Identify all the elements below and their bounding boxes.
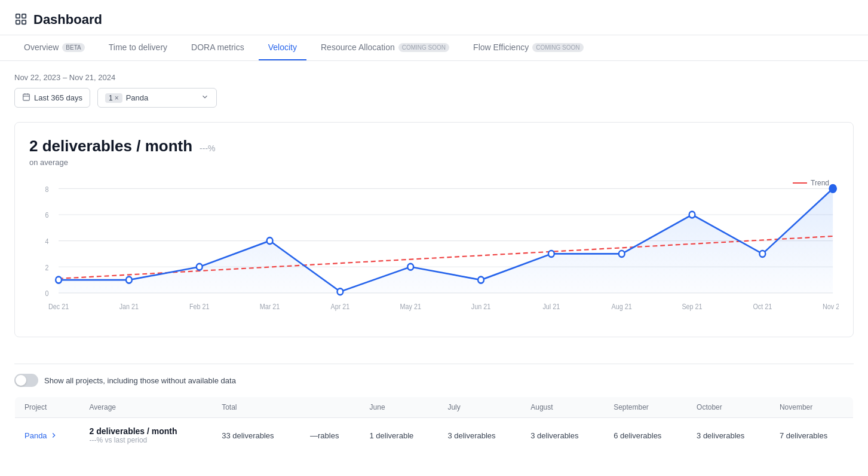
tab-resource-allocation-label: Resource Allocation [321, 42, 395, 52]
col-october: October [687, 397, 770, 418]
tab-overview[interactable]: Overview BETA [14, 35, 94, 60]
svg-point-28 [619, 251, 625, 257]
svg-point-29 [689, 212, 695, 218]
svg-text:Jun 21: Jun 21 [471, 303, 490, 311]
main-content: Nov 22, 2023 – Nov 21, 2024 Last 365 day… [0, 61, 868, 361]
svg-text:4: 4 [45, 238, 49, 246]
svg-rect-2 [16, 20, 20, 23]
toggle-section: Show all projects, including those witho… [14, 364, 854, 396]
deliverables-table: Project Average Total June July August S… [14, 396, 854, 453]
cell-col1: —rables [300, 418, 360, 453]
metric-value: 2 deliverables / month [29, 137, 192, 155]
average-main: 2 deliverables / month [90, 426, 203, 436]
date-range-label: Nov 22, 2023 – Nov 21, 2024 [14, 73, 854, 82]
tab-flow-efficiency-label: Flow Efficiency [473, 42, 529, 52]
tab-dora-metrics[interactable]: DORA metrics [182, 35, 254, 60]
table-header: Project Average Total June July August S… [15, 397, 854, 418]
tab-velocity[interactable]: Velocity [259, 35, 306, 60]
svg-point-24 [337, 288, 343, 295]
table-header-row: Project Average Total June July August S… [15, 397, 854, 418]
svg-text:Apr 21: Apr 21 [330, 303, 349, 311]
tab-resource-allocation[interactable]: Resource Allocation COMING SOON [311, 35, 459, 60]
project-link-panda[interactable]: Panda [24, 431, 70, 440]
filters-bar: Last 365 days 1 × Panda [14, 88, 854, 108]
velocity-chart: Trend 8 6 4 2 0 [29, 179, 839, 322]
col-november: November [770, 397, 854, 418]
cell-august: 3 deliverables [521, 418, 604, 453]
chevron-down-icon [201, 93, 209, 103]
svg-text:Jul 21: Jul 21 [542, 303, 560, 311]
cell-october: 3 deliverables [687, 418, 770, 453]
page-header: Dashboard [0, 0, 868, 35]
svg-point-31 [829, 185, 836, 193]
svg-text:Feb 21: Feb 21 [189, 303, 210, 311]
svg-rect-1 [22, 14, 26, 17]
tab-velocity-label: Velocity [268, 42, 297, 52]
svg-point-22 [197, 264, 203, 270]
team-filter-dropdown[interactable]: 1 × Panda [97, 88, 217, 108]
metric-change: ---% [200, 144, 215, 153]
svg-text:Nov 21: Nov 21 [823, 303, 839, 311]
svg-rect-4 [23, 94, 30, 100]
col-july: July [438, 397, 521, 418]
svg-text:Aug 21: Aug 21 [612, 303, 632, 311]
metric-subtitle: on average [29, 158, 839, 167]
svg-point-26 [478, 277, 484, 283]
svg-text:8: 8 [45, 185, 48, 193]
svg-point-25 [407, 264, 413, 270]
team-filter-label: Panda [126, 93, 149, 102]
svg-text:Sep 21: Sep 21 [682, 303, 702, 311]
chevron-right-icon [50, 431, 58, 440]
metric-header: 2 deliverables / month ---% [29, 137, 839, 155]
svg-text:6: 6 [45, 212, 48, 219]
table-body: Panda 2 deliverables / month ---% vs las… [15, 418, 854, 453]
metric-section: 2 deliverables / month ---% on average T… [14, 122, 854, 337]
svg-text:Jan 21: Jan 21 [119, 303, 139, 311]
cell-september: 6 deliverables [604, 418, 687, 453]
col-total: Total [212, 397, 300, 418]
svg-text:2: 2 [45, 264, 48, 271]
toggle-thumb [16, 375, 26, 386]
tab-dora-metrics-label: DORA metrics [191, 42, 244, 52]
cell-june: 1 deliverable [360, 418, 438, 453]
chart-svg: 8 6 4 2 0 [29, 179, 839, 322]
svg-text:May 21: May 21 [400, 303, 421, 311]
svg-text:Mar 21: Mar 21 [260, 303, 280, 311]
table-row: Panda 2 deliverables / month ---% vs las… [15, 418, 854, 453]
cell-average: 2 deliverables / month ---% vs last peri… [80, 418, 213, 453]
tab-overview-badge: BETA [62, 43, 84, 52]
col-blank [300, 397, 360, 418]
col-project: Project [15, 397, 80, 418]
date-filter-label: Last 365 days [34, 93, 82, 102]
team-tag-x[interactable]: × [115, 94, 119, 102]
show-all-toggle[interactable] [14, 374, 38, 387]
tab-time-to-delivery-label: Time to delivery [109, 42, 167, 52]
dashboard-icon [14, 13, 27, 28]
trend-line-sample [793, 182, 807, 184]
tab-flow-efficiency[interactable]: Flow Efficiency COMING SOON [464, 35, 593, 60]
bottom-section: Show all projects, including those witho… [0, 364, 868, 468]
calendar-icon [22, 93, 30, 103]
toggle-label: Show all projects, including those witho… [44, 376, 236, 385]
svg-rect-3 [22, 20, 26, 23]
svg-point-21 [126, 277, 132, 283]
svg-point-30 [759, 251, 765, 257]
svg-text:0: 0 [45, 290, 48, 298]
svg-point-23 [267, 237, 273, 244]
date-filter-button[interactable]: Last 365 days [14, 88, 90, 108]
tab-flow-efficiency-badge: COMING SOON [532, 43, 583, 52]
svg-point-27 [548, 251, 554, 257]
col-june: June [360, 397, 438, 418]
chart-legend: Trend [793, 179, 829, 187]
col-august: August [521, 397, 604, 418]
tab-time-to-delivery[interactable]: Time to delivery [99, 35, 177, 60]
svg-point-20 [56, 277, 62, 283]
col-average: Average [80, 397, 213, 418]
col-september: September [604, 397, 687, 418]
cell-project: Panda [15, 418, 80, 453]
team-tag-count: 1 [109, 94, 113, 102]
svg-text:Dec 21: Dec 21 [48, 303, 69, 311]
team-tag: 1 × [105, 93, 122, 103]
cell-november: 7 deliverables [770, 418, 854, 453]
cell-total: 33 deliverables [212, 418, 300, 453]
